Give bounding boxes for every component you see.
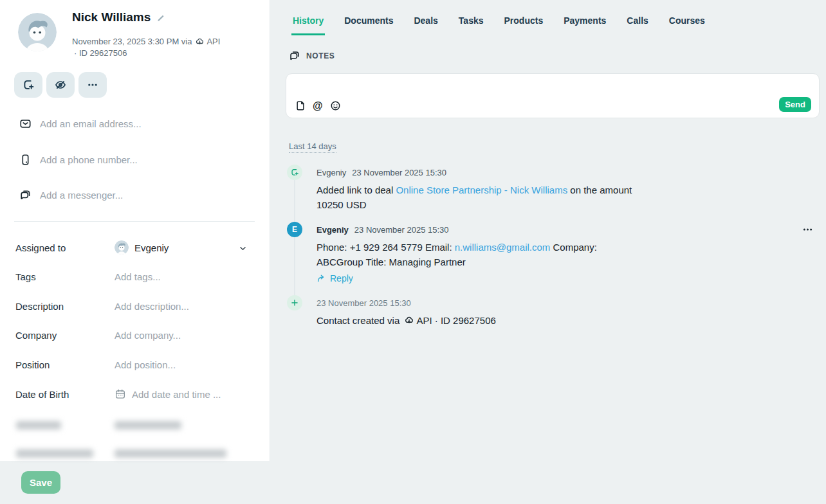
tags-row: Tags Add tags... [15, 268, 256, 285]
deal-link[interactable]: Online Store Partnership - Nick Williams [396, 184, 567, 195]
notes-section-label: NOTES [306, 51, 335, 60]
crm-contact-page: Nick Williams November 23, 2025 3:30 PM … [0, 0, 826, 504]
more-actions-button[interactable] [78, 72, 107, 98]
attach-file-icon[interactable] [295, 100, 306, 111]
tab-calls[interactable]: Calls [625, 15, 649, 35]
api-cloud-icon [195, 37, 205, 47]
chevron-down-icon[interactable] [239, 244, 247, 255]
phone-icon [19, 154, 32, 166]
company-input[interactable]: Add company... [115, 330, 181, 341]
entry-author: Evgeniy [317, 225, 349, 235]
notes-section-header: NOTES [289, 50, 335, 62]
assigned-to-selector[interactable]: Evgeniy [115, 240, 169, 255]
position-label: Position [15, 359, 115, 370]
timeline-entry-note: E Evgeniy 23 November 2025 15:30 Phone: … [287, 222, 818, 284]
entry-timestamp: 23 November 2025 15:30 [317, 298, 411, 308]
contact-sidebar: Nick Williams November 23, 2025 3:30 PM … [0, 0, 270, 461]
assigned-to-label: Assigned to [15, 242, 115, 253]
tab-products[interactable]: Products [503, 15, 545, 35]
assigned-to-row: Assigned to Evgeniy [15, 239, 256, 256]
timeline-entry-deal-link: Evgeniy 23 November 2025 15:30 Added lin… [287, 165, 818, 212]
contact-actions [14, 72, 107, 98]
position-input[interactable]: Add position... [115, 359, 176, 370]
redacted-field-value [115, 449, 226, 458]
contact-avatar [18, 13, 57, 51]
entry-timestamp: 23 November 2025 15:30 [352, 168, 446, 177]
add-deal-button[interactable] [14, 72, 42, 98]
messenger-icon [19, 189, 32, 201]
calendar-icon [115, 388, 126, 400]
email-field[interactable]: Add an email address... [19, 116, 142, 130]
feed-tabs: History Documents Deals Tasks Products P… [291, 15, 706, 35]
company-label: Company [15, 330, 115, 341]
entry-text-segment: Added link to deal [317, 184, 396, 195]
history-timeline: Evgeniy 23 November 2025 15:30 Added lin… [287, 165, 818, 328]
phone-field[interactable]: Add a phone number... [19, 152, 138, 166]
reply-arrow-icon [317, 274, 326, 284]
date-of-birth-placeholder: Add date and time ... [132, 389, 221, 400]
entry-author: Evgeniy [317, 168, 346, 177]
entry-text-segment: Contact created via [317, 315, 402, 326]
company-row: Company Add company... [15, 327, 256, 343]
entry-text: Added link to deal Online Store Partners… [317, 183, 638, 212]
redacted-field-label [16, 421, 61, 429]
api-cloud-icon [404, 316, 414, 326]
hide-contact-button[interactable] [46, 72, 75, 98]
assignee-name: Evgeniy [134, 242, 169, 253]
email-placeholder: Add an email address... [40, 118, 142, 129]
period-filter[interactable]: Last 14 days [289, 141, 336, 153]
position-row: Position Add position... [15, 356, 256, 373]
phone-placeholder: Add a phone number... [40, 154, 138, 165]
email-link[interactable]: n.williams@gmail.com [455, 242, 551, 253]
notes-chat-icon [289, 50, 300, 62]
contact-id: · ID 29627506 [72, 48, 220, 59]
contact-meta: November 23, 2025 3:30 PM via API · ID 2… [72, 36, 220, 59]
description-row: Description Add description... [15, 298, 256, 314]
tab-payments[interactable]: Payments [562, 15, 607, 35]
redacted-field-value [115, 421, 181, 429]
tab-deals[interactable]: Deals [412, 15, 439, 35]
entry-text: Phone: +1 929 264 5779 Email: n.williams… [317, 240, 638, 269]
tab-courses[interactable]: Courses [668, 15, 706, 35]
note-composer[interactable]: @ Send [286, 73, 820, 118]
description-input[interactable]: Add description... [115, 301, 189, 312]
tab-documents[interactable]: Documents [343, 15, 394, 35]
emoji-icon[interactable] [330, 100, 341, 111]
edit-name-icon[interactable] [156, 13, 166, 22]
entry-timestamp: 23 November 2025 15:30 [354, 225, 449, 235]
tags-label: Tags [15, 271, 115, 282]
plus-icon [287, 295, 302, 310]
reply-label: Reply [330, 273, 353, 284]
redacted-field-label [16, 449, 93, 458]
entry-text: Contact created via API · ID 29627506 [317, 313, 638, 328]
contact-name: Nick Williams [72, 10, 151, 24]
date-of-birth-row: Date of Birth Add date and time ... [15, 386, 256, 402]
tab-tasks[interactable]: Tasks [457, 15, 485, 35]
messenger-placeholder: Add a messenger... [40, 190, 123, 201]
email-icon [19, 118, 32, 130]
author-avatar-badge: E [287, 222, 302, 237]
created-source: API [206, 36, 220, 48]
tab-history[interactable]: History [291, 15, 325, 35]
entry-api-label: API [416, 315, 432, 326]
save-button[interactable]: Save [21, 471, 60, 494]
contact-feed-panel: History Documents Deals Tasks Products P… [271, 0, 826, 504]
mention-icon[interactable]: @ [313, 100, 323, 111]
sidebar-divider [14, 221, 255, 222]
date-of-birth-input[interactable]: Add date and time ... [115, 388, 221, 400]
description-label: Description [15, 301, 115, 312]
created-date: November 23, 2025 3:30 PM via [72, 36, 192, 48]
entry-text-segment: · ID 29627506 [432, 315, 496, 326]
composer-toolbar: @ [295, 100, 341, 111]
messenger-field[interactable]: Add a messenger... [19, 188, 123, 202]
timeline-entry-created: 23 November 2025 15:30 Contact created v… [287, 295, 818, 328]
entry-more-icon[interactable] [802, 224, 813, 235]
assignee-avatar [115, 240, 129, 255]
send-note-button[interactable]: Send [779, 97, 811, 112]
date-of-birth-label: Date of Birth [15, 389, 115, 400]
tags-input[interactable]: Add tags... [115, 271, 161, 282]
reply-button[interactable]: Reply [317, 273, 818, 284]
deal-link-icon [287, 165, 302, 180]
entry-text-segment: Phone: +1 929 264 5779 Email: [317, 242, 455, 253]
